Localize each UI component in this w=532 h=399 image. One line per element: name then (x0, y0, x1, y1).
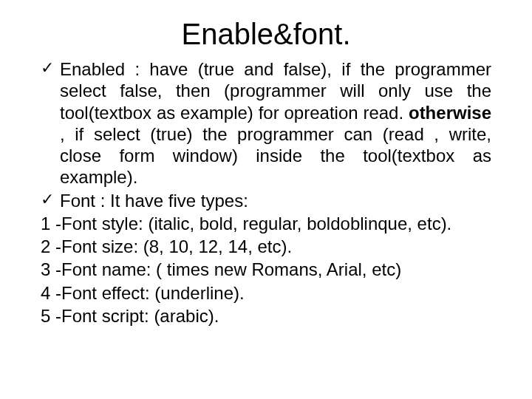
enabled-otherwise: otherwise (409, 103, 491, 123)
line-font-size: 2 -Font size: (8, 10, 12, 14, etc). (41, 236, 491, 257)
bullet-font: Font : It have five types: (41, 190, 491, 211)
bullet-enabled: Enabled : have (true and false), if the … (41, 58, 491, 188)
slide-title: Enable&font. (41, 18, 491, 51)
line-font-name: 3 -Font name: ( times new Romans, Arial,… (41, 259, 491, 280)
font-label: Font (60, 191, 95, 211)
slide: Enable&font. Enabled : have (true and fa… (0, 0, 532, 399)
enabled-label: Enabled (60, 59, 125, 79)
slide-body: Enabled : have (true and false), if the … (41, 58, 491, 327)
line-font-script: 5 -Font script: (arabic). (41, 305, 491, 327)
enabled-text-b: , if select (true) the programmer can (r… (60, 124, 491, 188)
line-font-effect: 4 -Font effect: (underline). (41, 282, 491, 304)
font-text: : It have five types: (95, 191, 248, 211)
line-font-style: 1 -Font style: (italic, bold, regular, b… (41, 213, 491, 234)
